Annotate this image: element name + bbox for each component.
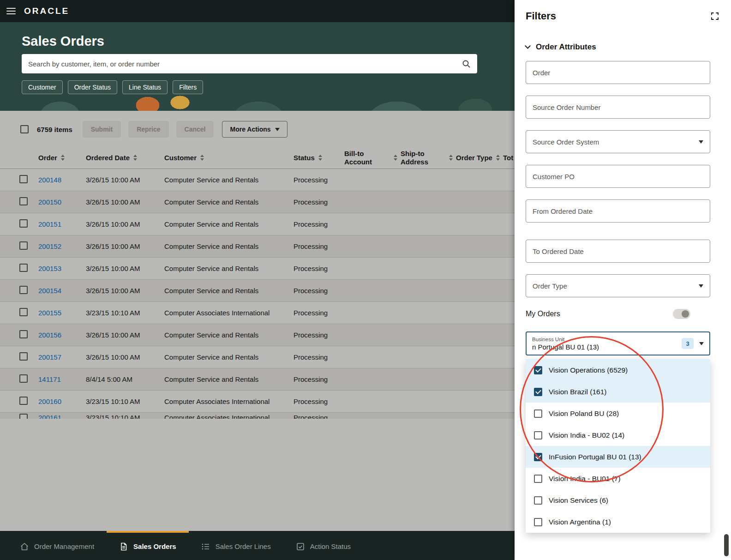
column-header-bill-to-account[interactable]: Bill-to Account [341, 150, 397, 166]
submit-button[interactable]: Submit [83, 121, 121, 138]
column-header-status[interactable]: Status [290, 154, 341, 162]
search-icon[interactable] [462, 60, 471, 68]
option-vision-brazil-161[interactable]: Vision Brazil (161) [526, 381, 710, 403]
row-checkbox[interactable] [19, 414, 28, 419]
more-actions-button[interactable]: More Actions [222, 121, 287, 138]
filter-field-source-order-number[interactable]: Source Order Number [526, 96, 710, 119]
chip-filters[interactable]: Filters [173, 80, 203, 94]
sort-icon [200, 155, 204, 161]
order-link[interactable]: 200148 [38, 176, 61, 184]
order-link[interactable]: 200153 [38, 265, 61, 272]
order-link[interactable]: 200157 [38, 353, 61, 361]
option-infusion-portugal-bu-01-13[interactable]: InFusion Portugal BU 01 (13) [526, 446, 710, 468]
chevron-down-icon[interactable] [699, 140, 703, 144]
chevron-down-icon[interactable] [699, 284, 703, 288]
search-bar[interactable] [22, 54, 477, 73]
option-label: Vision India - BU01 (7) [549, 475, 621, 483]
option-checkbox[interactable] [534, 366, 542, 374]
select-all-checkbox[interactable] [20, 125, 29, 133]
oracle-logo: ORACLE [24, 6, 69, 16]
column-header-order[interactable]: Order [35, 154, 83, 162]
row-checkbox[interactable] [19, 352, 28, 361]
scrollbar-thumb[interactable] [724, 534, 729, 556]
option-vision-india-bu01-7[interactable]: Vision India - BU01 (7) [526, 468, 710, 489]
order-link[interactable]: 200151 [38, 220, 61, 228]
option-checkbox[interactable] [534, 496, 542, 505]
business-unit-combobox[interactable]: Business Unit n Portugal BU 01 (13) 3 [526, 331, 710, 355]
table-row: 200154 3/26/15 10:00 AM Computer Service… [0, 280, 515, 302]
option-checkbox[interactable] [534, 453, 542, 461]
order-attributes-section[interactable]: Order Attributes [515, 22, 731, 61]
nav-item-label: Sales Orders [133, 542, 176, 550]
hamburger-menu-icon[interactable] [6, 8, 16, 14]
order-link[interactable]: 200154 [38, 287, 61, 295]
nav-item-label: Action Status [310, 542, 351, 550]
row-checkbox[interactable] [19, 197, 28, 205]
option-checkbox[interactable] [534, 431, 542, 440]
nav-item-action-status[interactable]: Action Status [283, 531, 363, 560]
order-link[interactable]: 200161 [38, 414, 61, 419]
cell-ordered-date: 3/26/15 10:00 AM [83, 198, 161, 206]
reprice-button[interactable]: Reprice [128, 121, 168, 138]
order-link[interactable]: 141171 [38, 375, 61, 383]
column-header-ordered-date[interactable]: Ordered Date [83, 154, 161, 162]
filter-field-source-order-system[interactable]: Source Order System [526, 130, 710, 153]
column-header-tot[interactable]: Tot [500, 154, 515, 162]
filter-field-label: From Ordered Date [533, 207, 593, 215]
order-link[interactable]: 200150 [38, 198, 61, 206]
order-link[interactable]: 200160 [38, 397, 61, 405]
option-checkbox[interactable] [534, 388, 542, 396]
nav-item-sales-order-lines[interactable]: Sales Order Lines [189, 531, 283, 560]
column-header-customer[interactable]: Customer [161, 154, 290, 162]
filter-field-label: Source Order Number [533, 103, 601, 111]
filter-field-to-ordered-date[interactable]: To Ordered Date [526, 240, 710, 263]
row-checkbox[interactable] [19, 374, 28, 383]
table-row: 200150 3/26/15 10:00 AM Computer Service… [0, 191, 515, 213]
column-header-order-type[interactable]: Order Type [453, 154, 500, 162]
row-checkbox[interactable] [19, 219, 28, 228]
chip-label: Line Status [129, 84, 161, 91]
order-link[interactable]: 200156 [38, 331, 61, 339]
cell-ordered-date: 3/26/15 10:00 AM [83, 176, 161, 184]
column-header-ship-to-address[interactable]: Ship-to Address [397, 150, 453, 166]
filter-field-customer-po[interactable]: Customer PO [526, 165, 710, 188]
search-input[interactable] [28, 60, 462, 68]
table-row: 200155 3/23/15 10:10 AM Computer Associa… [0, 302, 515, 324]
chevron-down-icon[interactable] [699, 342, 704, 345]
option-checkbox[interactable] [534, 518, 542, 526]
filter-field-order-type[interactable]: Order Type [526, 274, 710, 297]
option-vision-operations-6529[interactable]: Vision Operations (6529) [526, 359, 710, 381]
cell-status: Processing [290, 220, 341, 228]
chip-line-status[interactable]: Line Status [122, 80, 168, 94]
row-checkbox[interactable] [19, 241, 28, 250]
filter-field-order[interactable]: Order [526, 61, 710, 84]
bottom-nav: Order Management Sales Orders Sales Orde… [0, 531, 515, 560]
option-checkbox[interactable] [534, 475, 542, 483]
option-checkbox[interactable] [534, 409, 542, 418]
sort-icon [394, 155, 397, 161]
business-unit-options: Vision Operations (6529) Vision Brazil (… [526, 359, 710, 533]
chip-customer[interactable]: Customer [22, 80, 63, 94]
row-checkbox[interactable] [19, 175, 28, 183]
order-link[interactable]: 200152 [38, 242, 61, 250]
option-vision-argentina-1[interactable]: Vision Argentina (1) [526, 511, 710, 533]
order-link[interactable]: 200155 [38, 309, 61, 317]
row-checkbox[interactable] [19, 330, 28, 338]
page-header: Sales Orders Customer Order Status Line … [0, 22, 515, 111]
chip-order-status[interactable]: Order Status [68, 80, 117, 94]
expand-icon[interactable] [711, 12, 719, 20]
filter-field-from-ordered-date[interactable]: From Ordered Date [526, 199, 710, 223]
row-checkbox[interactable] [19, 397, 28, 405]
my-orders-toggle[interactable] [673, 309, 690, 319]
cell-status: Processing [290, 353, 341, 361]
option-vision-india-bu02-14[interactable]: Vision India - BU02 (14) [526, 424, 710, 446]
option-vision-services-6[interactable]: Vision Services (6) [526, 489, 710, 511]
option-vision-poland-bu-28[interactable]: Vision Poland BU (28) [526, 403, 710, 424]
column-label: Ship-to Address [401, 150, 445, 166]
nav-item-sales-orders[interactable]: Sales Orders [107, 531, 189, 560]
row-checkbox[interactable] [19, 264, 28, 272]
row-checkbox[interactable] [19, 308, 28, 316]
row-checkbox[interactable] [19, 286, 28, 294]
cancel-button[interactable]: Cancel [176, 121, 214, 138]
nav-item-order-management[interactable]: Order Management [7, 531, 107, 560]
